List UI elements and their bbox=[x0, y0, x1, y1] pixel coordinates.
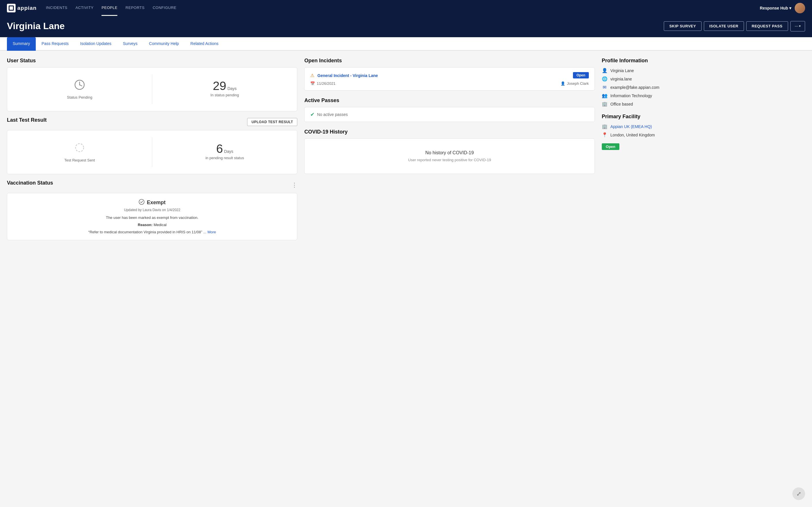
profile-section-title: Profile Information bbox=[602, 58, 805, 64]
facility-section: Primary Facility 🏢 Appian UK (EMEA HQ) 📍… bbox=[602, 114, 805, 150]
divider bbox=[152, 74, 152, 104]
app-logo[interactable]: appian bbox=[7, 4, 37, 12]
user-status-row: Status Pending 29 Days In status pending bbox=[14, 74, 290, 104]
tab-related-actions[interactable]: Related Actions bbox=[184, 37, 224, 51]
vax-reason: Reason: Medical bbox=[14, 223, 290, 227]
response-hub-button[interactable]: Response Hub ▾ bbox=[760, 6, 791, 10]
facility-location-row: 📍 London, United Kingdom bbox=[602, 132, 805, 137]
warning-icon: ⚠ bbox=[310, 73, 314, 78]
nav-people[interactable]: PEOPLE bbox=[102, 0, 117, 16]
incident-meta: 📅 11/26/2021 👤 Joseph Clark bbox=[310, 81, 588, 86]
vax-reason-label: Reason: bbox=[138, 223, 153, 227]
tab-community-help[interactable]: Community Help bbox=[143, 37, 184, 51]
incident-title-row: ⚠ General Incident - Virginia Lane Open bbox=[310, 72, 588, 78]
incident-title-group: ⚠ General Incident - Virginia Lane bbox=[310, 73, 378, 78]
facility-building-icon: 🏢 bbox=[602, 124, 607, 129]
profile-location: Office based bbox=[611, 102, 633, 106]
covid-history-section: COVID-19 History No history of COVID-19 … bbox=[304, 129, 594, 174]
last-test-header: Last Test Result UPLOAD TEST RESULT bbox=[7, 117, 297, 127]
profile-section: Profile Information 👤 Virginia Lane 🌐 vi… bbox=[602, 58, 805, 107]
user-status-card: Status Pending 29 Days In status pending bbox=[7, 67, 297, 111]
main-content: User Status Status Pending bbox=[0, 51, 812, 247]
nav-reports[interactable]: REPORTS bbox=[125, 0, 144, 16]
logo-text: appian bbox=[17, 5, 37, 11]
days-pending-block: 29 Days In status pending bbox=[159, 74, 290, 102]
incident-assignee: 👤 Joseph Clark bbox=[561, 81, 589, 86]
days-pending-label: In status pending bbox=[211, 93, 239, 97]
vaccination-menu-button[interactable]: ⋮ bbox=[292, 181, 297, 188]
divider bbox=[152, 137, 152, 167]
nav-incidents[interactable]: INCIDENTS bbox=[46, 0, 67, 16]
facility-location: London, United Kingdom bbox=[611, 133, 655, 137]
nav-activity[interactable]: ACTIVITY bbox=[75, 0, 94, 16]
facility-status-row: Open bbox=[602, 140, 805, 150]
skip-survey-button[interactable]: SKIP SURVEY bbox=[664, 21, 701, 31]
incident-title[interactable]: General Incident - Virginia Lane bbox=[317, 73, 378, 78]
vax-more-link[interactable]: More bbox=[207, 230, 216, 234]
clock-icon bbox=[74, 79, 85, 93]
request-pass-button[interactable]: REQUEST PASS bbox=[746, 21, 788, 31]
nav-configure[interactable]: CONFIGURE bbox=[153, 0, 176, 16]
status-pending-block: Status Pending bbox=[14, 74, 145, 104]
calendar-icon: 📅 bbox=[310, 81, 315, 86]
upload-test-result-button[interactable]: UPLOAD TEST RESULT bbox=[247, 118, 297, 126]
covid-history-title: COVID-19 History bbox=[304, 129, 594, 135]
active-passes-card: ✔ No active passes bbox=[304, 107, 594, 122]
isolate-user-button[interactable]: ISOLATE USER bbox=[704, 21, 744, 31]
no-active-passes-label: No active passes bbox=[317, 112, 348, 117]
open-incidents-section: Open Incidents ⚠ General Incident - Virg… bbox=[304, 58, 594, 91]
test-request-block: Test Request Sent bbox=[14, 137, 145, 167]
last-test-title: Last Test Result bbox=[7, 117, 47, 123]
page-title: Virginia Lane bbox=[7, 21, 65, 32]
user-profile-icon: 🌐 bbox=[602, 76, 607, 81]
last-test-card: Test Request Sent 6 Days in pending resu… bbox=[7, 130, 297, 174]
left-column: User Status Status Pending bbox=[7, 58, 297, 240]
days-result-label: in pending result status bbox=[205, 156, 244, 160]
more-actions-button[interactable]: ··· ▾ bbox=[790, 21, 805, 32]
avatar[interactable] bbox=[795, 3, 805, 13]
person-icon: 👤 bbox=[561, 81, 565, 86]
vax-status-label: Exempt bbox=[147, 200, 166, 206]
exempt-icon bbox=[139, 199, 144, 206]
vax-note: “Refer to medical documentation Virginia… bbox=[14, 230, 290, 234]
facility-section-title: Primary Facility bbox=[602, 114, 805, 120]
location-profile-icon: 🏢 bbox=[602, 101, 607, 107]
vax-reason-value: Medical bbox=[154, 223, 167, 227]
profile-department-row: 👥 Information Technology bbox=[602, 93, 805, 98]
vaccination-section: Vaccination Status ⋮ Exempt Updated by L… bbox=[7, 180, 297, 240]
spinner-icon bbox=[74, 142, 85, 156]
vax-status-row: Exempt bbox=[14, 199, 290, 206]
check-circle-icon: ✔ bbox=[310, 111, 314, 118]
profile-username-row: 🌐 virginia.lane bbox=[602, 76, 805, 81]
department-profile-icon: 👥 bbox=[602, 93, 607, 98]
days-count: 29 Days bbox=[213, 79, 237, 93]
profile-email: example@fake.appian.com bbox=[611, 85, 659, 90]
vax-updated: Updated by Laura Davis on 1/4/2022 bbox=[14, 208, 290, 212]
covid-main-text: No history of COVID-19 bbox=[310, 150, 588, 156]
tab-isolation-updates[interactable]: Isolation Updates bbox=[74, 37, 117, 51]
facility-name-link[interactable]: Appian UK (EMEA HQ) bbox=[611, 124, 652, 129]
vaccination-card: Exempt Updated by Laura Davis on 1/4/202… bbox=[7, 193, 297, 240]
email-profile-icon: ✉ bbox=[602, 84, 607, 90]
incident-card: ⚠ General Incident - Virginia Lane Open … bbox=[304, 67, 594, 91]
covid-history-card: No history of COVID-19 User reported nev… bbox=[304, 138, 594, 174]
tabs-bar: Summary Pass Requests Isolation Updates … bbox=[0, 37, 812, 51]
covid-sub-text: User reported never testing positive for… bbox=[310, 158, 588, 162]
profile-username: virginia.lane bbox=[611, 77, 632, 81]
facility-location-icon: 📍 bbox=[602, 132, 607, 137]
user-status-title: User Status bbox=[7, 58, 297, 64]
profile-email-row: ✉ example@fake.appian.com bbox=[602, 84, 805, 90]
incident-date-value: 11/26/2021 bbox=[316, 81, 335, 86]
profile-name-row: 👤 Virginia Lane bbox=[602, 68, 805, 73]
profile-location-row: 🏢 Office based bbox=[602, 101, 805, 107]
status-pending-label: Status Pending bbox=[67, 95, 92, 100]
tab-surveys[interactable]: Surveys bbox=[117, 37, 143, 51]
active-passes-title: Active Passes bbox=[304, 98, 594, 104]
open-badge: Open bbox=[573, 72, 589, 78]
vax-description: The user has been marked as exempt from … bbox=[14, 215, 290, 220]
tab-summary[interactable]: Summary bbox=[7, 37, 36, 51]
tab-pass-requests[interactable]: Pass Requests bbox=[36, 37, 74, 51]
header-actions: SKIP SURVEY ISOLATE USER REQUEST PASS ··… bbox=[664, 21, 805, 32]
header-bar: Virginia Lane SKIP SURVEY ISOLATE USER R… bbox=[0, 16, 812, 37]
facility-name-row: 🏢 Appian UK (EMEA HQ) bbox=[602, 124, 805, 129]
